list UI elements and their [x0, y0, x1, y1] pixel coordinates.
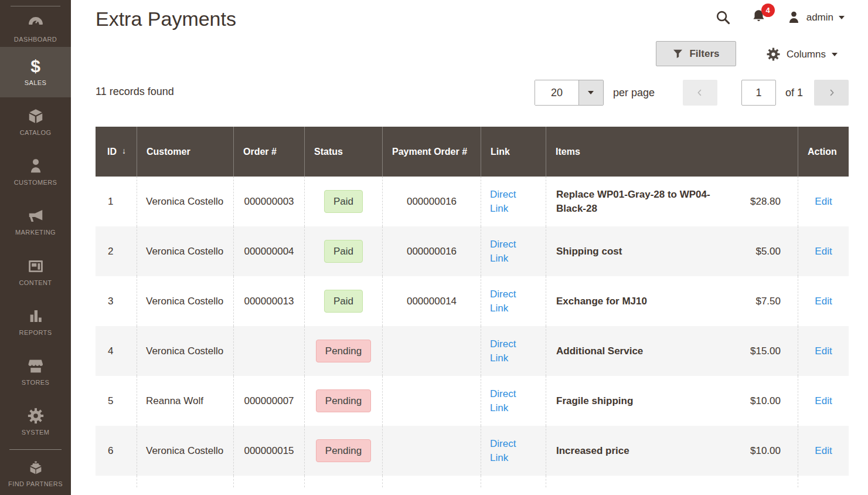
- status-badge: Paid: [324, 240, 363, 263]
- cell-customer: Veronica Costello: [137, 177, 233, 226]
- storefront-icon: [27, 357, 45, 375]
- cell-customer: Veronica Costello: [137, 326, 233, 376]
- columns-control[interactable]: Columns: [766, 47, 838, 62]
- chevron-down-icon: [839, 16, 845, 19]
- cell-order: 000000004: [233, 226, 304, 276]
- cell-status: Pending: [304, 376, 382, 426]
- cell-id: 4: [96, 326, 137, 376]
- cell-link: Direct Link: [481, 226, 546, 276]
- user-avatar-icon: [787, 10, 801, 25]
- cell-customer: Veronica Costello: [137, 276, 233, 326]
- sidebar-item-dashboard[interactable]: DASHBOARD: [0, 6, 71, 47]
- total-pages-label: of 1: [785, 87, 803, 99]
- cell-order: [233, 326, 304, 376]
- cell-action: Edit: [798, 376, 849, 426]
- table-row: 1 Veronica Costello 000000003 Paid 00000…: [96, 177, 849, 226]
- sidebar-item-label: MARKETING: [15, 229, 56, 236]
- chevron-left-icon: [695, 87, 705, 98]
- column-header-payment-order[interactable]: Payment Order #: [382, 127, 481, 177]
- cell-customer: Veronica Costello: [137, 426, 233, 476]
- sidebar-item-marketing[interactable]: MARKETING: [0, 197, 71, 247]
- speedometer-icon: [27, 14, 45, 32]
- edit-link[interactable]: Edit: [815, 394, 832, 408]
- status-badge: Paid: [324, 190, 363, 213]
- grid-toolbar: 11 records found 20 per page of 1: [71, 73, 868, 117]
- sidebar-item-content[interactable]: CONTENT: [0, 247, 71, 297]
- cell-link: Direct Link: [481, 177, 546, 226]
- per-page-label: per page: [613, 87, 655, 99]
- edit-link[interactable]: Edit: [815, 344, 832, 358]
- records-found-text: 11 records found: [96, 86, 174, 98]
- column-header-id[interactable]: ID↓: [96, 127, 137, 177]
- page-number-input[interactable]: [741, 80, 776, 106]
- table-header-row: ID↓ Customer Order # Status Payment Orde…: [96, 127, 849, 177]
- previous-page-button[interactable]: [683, 80, 717, 106]
- columns-label: Columns: [787, 49, 826, 60]
- edit-link[interactable]: Edit: [815, 245, 832, 259]
- per-page-dropdown-button[interactable]: [578, 80, 603, 105]
- sidebar: DASHBOARD $ SALES CATALOG CUSTOMERS MARK…: [0, 0, 71, 495]
- notifications-bell-icon[interactable]: 4: [751, 8, 767, 26]
- person-icon: [27, 157, 45, 175]
- direct-link[interactable]: Direct Link: [490, 238, 523, 266]
- search-icon[interactable]: [715, 9, 731, 25]
- sidebar-item-stores[interactable]: STORES: [0, 347, 71, 396]
- column-header-status[interactable]: Status: [304, 127, 382, 177]
- column-header-action[interactable]: Action: [798, 127, 849, 177]
- filters-label: Filters: [689, 48, 719, 60]
- cell-action: Edit: [798, 177, 849, 226]
- brick-icon: [27, 459, 45, 476]
- layout-icon: [27, 257, 45, 275]
- per-page-select[interactable]: 20: [535, 80, 604, 106]
- cell-items: Increased price$10.00: [546, 426, 798, 476]
- sidebar-item-system[interactable]: SYSTEM: [0, 397, 71, 447]
- edit-link[interactable]: Edit: [815, 195, 832, 209]
- sidebar-item-reports[interactable]: REPORTS: [0, 297, 71, 347]
- status-badge: Pending: [316, 340, 371, 363]
- direct-link[interactable]: Direct Link: [490, 337, 523, 365]
- sidebar-item-customers[interactable]: CUSTOMERS: [0, 147, 71, 197]
- direct-link[interactable]: Direct Link: [490, 287, 523, 316]
- next-page-button[interactable]: [814, 80, 849, 106]
- edit-link[interactable]: Edit: [815, 294, 832, 308]
- admin-username: admin: [806, 12, 833, 23]
- cell-link: Direct Link: [481, 426, 546, 476]
- bar-chart-icon: [27, 307, 45, 325]
- notification-count-badge: 4: [761, 4, 775, 17]
- column-header-link[interactable]: Link: [481, 127, 546, 177]
- cell-items: Additional Service$15.00: [546, 326, 798, 376]
- column-header-customer[interactable]: Customer: [137, 127, 233, 177]
- column-header-items[interactable]: Items: [546, 127, 798, 177]
- cell-customer: Reanna Wolf: [137, 376, 233, 426]
- cell-payment-order: [382, 326, 481, 376]
- item-price: $28.80: [750, 195, 781, 209]
- sidebar-item-catalog[interactable]: CATALOG: [0, 97, 71, 147]
- cell-action: Edit: [798, 326, 849, 376]
- direct-link[interactable]: Direct Link: [490, 437, 523, 465]
- cell-id: 5: [96, 376, 137, 426]
- item-price: $5.00: [755, 245, 781, 259]
- pagination-controls: 20 per page of 1: [535, 80, 849, 106]
- cell-link: Direct Link: [481, 326, 546, 376]
- status-badge: Pending: [316, 389, 371, 413]
- direct-link[interactable]: Direct Link: [490, 188, 523, 216]
- cell-items: Exchange for MJ10$7.50: [546, 276, 798, 326]
- table-row: 2 Veronica Costello 000000004 Paid 00000…: [96, 226, 849, 276]
- header-actions: 4 admin: [715, 8, 845, 26]
- sidebar-item-sales[interactable]: $ SALES: [0, 47, 71, 97]
- cell-status: Pending: [304, 326, 382, 376]
- cell-order: 000000013: [233, 276, 304, 326]
- magento-admin-app: DASHBOARD $ SALES CATALOG CUSTOMERS MARK…: [0, 0, 868, 495]
- per-page-value: 20: [535, 80, 578, 105]
- edit-link[interactable]: Edit: [815, 444, 832, 458]
- column-header-order[interactable]: Order #: [233, 127, 304, 177]
- sidebar-item-find-partners[interactable]: FIND PARTNERS: [0, 452, 71, 495]
- cell-order: 000000003: [233, 177, 304, 226]
- direct-link[interactable]: Direct Link: [490, 387, 523, 415]
- sidebar-item-label: SYSTEM: [22, 429, 50, 436]
- cell-items: Shipping cost$5.00: [546, 226, 798, 276]
- admin-menu[interactable]: admin: [787, 10, 845, 25]
- sidebar-item-label: CONTENT: [19, 279, 52, 287]
- caret-down-icon: [588, 91, 594, 94]
- filters-button[interactable]: Filters: [656, 41, 736, 66]
